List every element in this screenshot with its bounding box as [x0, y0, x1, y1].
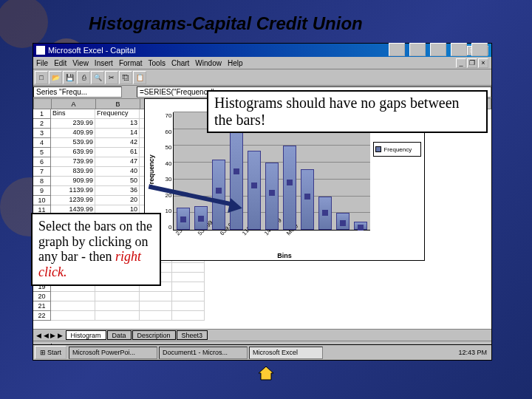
window-title: Microsoft Excel - Capital [48, 46, 136, 55]
chart-legend[interactable]: Frequency [373, 142, 421, 157]
menu-view[interactable]: View [72, 59, 89, 67]
cell[interactable] [51, 311, 95, 321]
cell[interactable]: 20 [95, 196, 140, 205]
menu-chart[interactable]: Chart [171, 59, 189, 67]
cell[interactable]: 639.99 [51, 148, 95, 157]
row-header[interactable]: 3 [33, 129, 51, 138]
copy-icon[interactable]: ⿻ [119, 71, 132, 84]
cell[interactable]: 1239.99 [51, 196, 95, 205]
paste-icon[interactable]: 📋 [133, 71, 146, 84]
row-header[interactable]: 7 [33, 167, 51, 177]
row-header[interactable]: 10 [33, 196, 51, 205]
menu-insert[interactable]: Insert [95, 59, 113, 67]
cell[interactable] [172, 263, 205, 273]
chart-bar[interactable] [318, 197, 332, 230]
cell[interactable]: 61 [95, 148, 140, 157]
new-icon[interactable]: □ [35, 71, 48, 84]
task-word[interactable]: Document1 - Micros... [159, 347, 248, 359]
cell[interactable]: 239.99 [51, 119, 95, 129]
tab-sheet3[interactable]: Sheet3 [177, 330, 208, 340]
svg-point-0 [0, 0, 48, 48]
name-box[interactable]: Series "Frequ... [33, 86, 122, 98]
cell[interactable] [140, 301, 172, 311]
open-icon[interactable]: 📂 [49, 71, 62, 84]
menu-window[interactable]: Window [195, 59, 222, 67]
doc-btn[interactable] [451, 43, 467, 56]
row-header[interactable]: 8 [33, 177, 51, 186]
doc-btn[interactable] [389, 43, 405, 56]
chart-bar[interactable] [248, 151, 261, 230]
menu-help[interactable]: Help [228, 59, 243, 67]
cell[interactable] [172, 301, 205, 311]
cell[interactable]: 539.99 [51, 138, 95, 148]
chart-bar[interactable] [265, 163, 279, 230]
table-row: 21 [33, 301, 491, 311]
row-header[interactable]: 21 [33, 301, 51, 311]
task-excel[interactable]: Microsoft Excel [249, 347, 323, 359]
cell[interactable] [172, 282, 205, 292]
home-icon[interactable] [257, 365, 275, 381]
cell[interactable]: 47 [95, 157, 140, 167]
menu-edit[interactable]: Edit [54, 59, 66, 67]
cell[interactable]: 14 [95, 129, 140, 138]
cell[interactable]: Frequency [95, 109, 140, 119]
cell[interactable]: 839.99 [51, 167, 95, 177]
cell[interactable] [140, 311, 172, 321]
cell[interactable]: 739.99 [51, 157, 95, 167]
cell[interactable] [172, 273, 205, 282]
doc-btn[interactable] [471, 43, 488, 56]
row-header[interactable]: 4 [33, 138, 51, 148]
cell[interactable] [95, 311, 140, 321]
row-header[interactable]: 1 [33, 109, 51, 119]
save-icon[interactable]: 💾 [63, 71, 76, 84]
toolbar-standard: □ 📂 💾 ⎙ 🔍 ✂ ⿻ 📋 [33, 69, 491, 85]
cell[interactable] [51, 301, 95, 311]
col-b[interactable]: B [96, 99, 140, 109]
cell[interactable]: 909.99 [51, 177, 95, 186]
row-header[interactable]: 9 [33, 186, 51, 196]
system-tray[interactable]: 12:43 PM [454, 349, 491, 356]
clock: 12:43 PM [458, 349, 487, 356]
menu-file[interactable]: File [36, 59, 48, 67]
tab-data[interactable]: Data [107, 330, 132, 340]
cell[interactable]: 36 [95, 186, 140, 196]
row-header[interactable]: 20 [33, 292, 51, 301]
doc-btn[interactable] [409, 43, 426, 56]
chart-bar[interactable] [283, 146, 296, 230]
doc-btn[interactable] [430, 43, 446, 56]
chart-bar[interactable] [354, 222, 367, 230]
cell[interactable]: 42 [95, 138, 140, 148]
cell[interactable]: 409.99 [51, 129, 95, 138]
cell[interactable] [140, 292, 172, 301]
doc-close[interactable]: × [478, 58, 488, 68]
tab-histogram[interactable]: Histogram [66, 330, 106, 340]
svg-marker-4 [259, 366, 273, 380]
col-a[interactable]: A [52, 99, 96, 109]
preview-icon[interactable]: 🔍 [91, 71, 104, 84]
cell[interactable]: 1139.99 [51, 186, 95, 196]
cut-icon[interactable]: ✂ [105, 71, 118, 84]
doc-minimize[interactable]: _ [456, 58, 466, 68]
cell[interactable]: 40 [95, 167, 140, 177]
row-header[interactable]: 5 [33, 148, 51, 157]
row-header[interactable]: 22 [33, 311, 51, 321]
row-header[interactable]: 6 [33, 157, 51, 167]
chart-bar[interactable] [336, 213, 349, 230]
menu-tools[interactable]: Tools [149, 59, 166, 67]
cell[interactable]: 50 [95, 177, 140, 186]
start-button[interactable]: ⊞ Start [35, 346, 66, 359]
cell[interactable] [95, 292, 140, 301]
cell[interactable]: 13 [95, 119, 140, 129]
menu-format[interactable]: Format [119, 59, 143, 67]
tab-description[interactable]: Description [132, 330, 176, 340]
cell[interactable]: Bins [51, 109, 95, 119]
row-header[interactable]: 2 [33, 119, 51, 129]
cell[interactable] [172, 311, 205, 321]
task-powerpoint[interactable]: Microsoft PowerPoi... [69, 347, 157, 359]
cell[interactable] [51, 292, 95, 301]
cell[interactable] [95, 301, 140, 311]
print-icon[interactable]: ⎙ [77, 71, 90, 84]
cell[interactable] [172, 292, 205, 301]
chart-bar[interactable] [301, 169, 314, 230]
doc-restore[interactable]: ❐ [467, 58, 477, 68]
